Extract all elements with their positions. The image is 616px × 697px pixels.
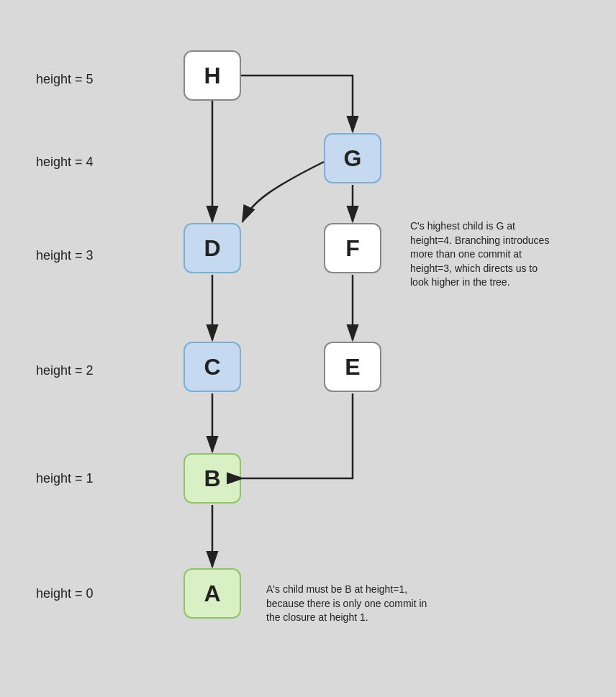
diagram-container: height = 5 height = 4 height = 3 height … [0, 0, 616, 697]
node-G: G [324, 133, 381, 183]
height-label-1: height = 1 [36, 471, 94, 486]
height-label-3: height = 3 [36, 248, 94, 263]
node-H: H [184, 50, 241, 101]
node-D: D [184, 223, 241, 273]
height-label-2: height = 2 [36, 363, 94, 378]
height-label-5: height = 5 [36, 72, 94, 87]
node-C: C [184, 342, 241, 392]
node-E: E [324, 342, 381, 392]
height-label-4: height = 4 [36, 155, 94, 170]
node-B: B [184, 453, 241, 504]
annotation-c: C's highest child is G at height=4. Bran… [410, 219, 554, 290]
annotation-a: A's child must be B at height=1, because… [266, 583, 439, 625]
node-F: F [324, 223, 381, 273]
height-label-0: height = 0 [36, 586, 94, 601]
node-A: A [184, 568, 241, 619]
